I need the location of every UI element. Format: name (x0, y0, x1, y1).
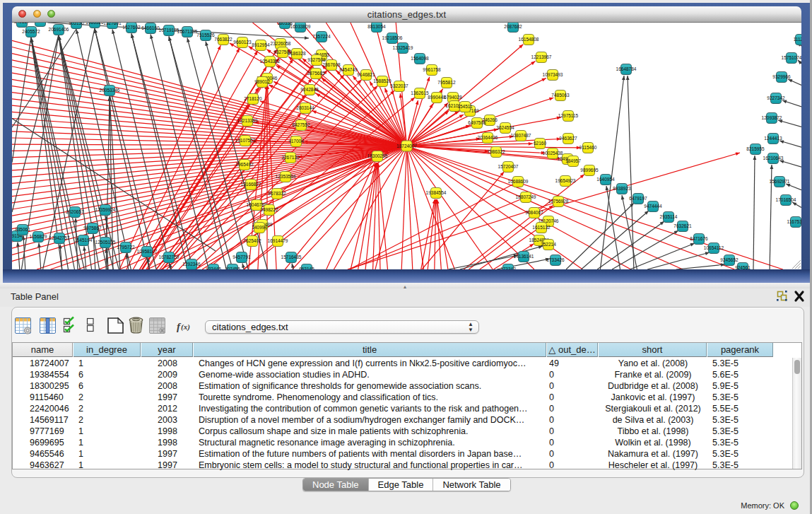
svg-text:2803144: 2803144 (296, 105, 314, 110)
svg-text:1527602: 1527602 (122, 25, 141, 30)
svg-text:7515526: 7515526 (196, 33, 215, 37)
svg-text:9115460: 9115460 (579, 145, 597, 150)
svg-text:1965492: 1965492 (235, 162, 254, 167)
svg-text:1564098: 1564098 (411, 56, 429, 61)
svg-text:16154808: 16154808 (519, 37, 539, 42)
svg-text:10719185: 10719185 (159, 28, 180, 33)
svg-text:9245652: 9245652 (720, 257, 739, 262)
svg-text:252214: 252214 (541, 242, 556, 247)
svg-text:7955812: 7955812 (437, 80, 456, 85)
svg-text:2020657: 2020657 (66, 209, 84, 214)
svg-text:8678332: 8678332 (268, 191, 286, 196)
svg-text:16210643: 16210643 (763, 156, 784, 160)
svg-text:1065326: 1065326 (86, 20, 104, 25)
svg-text:12093872: 12093872 (762, 115, 782, 120)
svg-text:989012: 989012 (254, 79, 270, 84)
svg-text:7485063: 7485063 (551, 93, 570, 98)
svg-text:8813054: 8813054 (367, 24, 386, 29)
svg-text:12213967: 12213967 (531, 54, 552, 59)
svg-text:1244413: 1244413 (764, 136, 782, 141)
svg-text:62160: 62160 (534, 141, 546, 146)
svg-text:3624554: 3624554 (496, 125, 514, 130)
svg-text:1362615: 1362615 (411, 90, 429, 95)
svg-text:16033809: 16033809 (290, 24, 311, 29)
svg-text:1145194: 1145194 (75, 238, 93, 243)
svg-text:5322037: 5322037 (390, 83, 408, 88)
svg-text:15751074: 15751074 (782, 55, 802, 60)
svg-text:184957: 184957 (565, 158, 581, 163)
svg-text:8938923: 8938923 (613, 186, 631, 191)
svg-text:13325419: 13325419 (393, 45, 413, 50)
svg-text:7357224: 7357224 (312, 34, 331, 39)
svg-text:924561: 924561 (735, 265, 751, 270)
svg-text:10107553: 10107553 (235, 138, 256, 143)
svg-text:1156829: 1156829 (30, 234, 47, 239)
svg-text:12213389: 12213389 (237, 118, 258, 123)
svg-text:9329966: 9329966 (772, 74, 791, 79)
svg-text:2405572: 2405572 (22, 29, 40, 34)
svg-text:9961758: 9961758 (423, 67, 441, 72)
svg-text:10025438: 10025438 (543, 151, 563, 156)
svg-text:8427552: 8427552 (292, 122, 310, 127)
svg-text:10973493: 10973493 (543, 72, 563, 77)
svg-text:14136141: 14136141 (514, 254, 534, 259)
svg-text:16782759: 16782759 (159, 255, 180, 259)
svg-text:140994: 140994 (252, 225, 267, 230)
svg-text:7625402: 7625402 (243, 238, 261, 243)
svg-text:8454749: 8454749 (339, 67, 358, 72)
svg-text:9457791: 9457791 (233, 255, 251, 259)
svg-text:154511: 154511 (457, 104, 473, 109)
svg-text:6479197: 6479197 (629, 196, 647, 201)
svg-text:3267130: 3267130 (281, 155, 300, 160)
svg-text:15720407: 15720407 (498, 164, 519, 169)
svg-text:1527601: 1527601 (103, 21, 122, 25)
svg-text:8990448: 8990448 (428, 95, 446, 100)
svg-text:20691406: 20691406 (49, 27, 69, 32)
svg-text:111213: 111213 (794, 37, 808, 42)
svg-text:12975115: 12975115 (558, 113, 579, 118)
svg-text:1167533: 1167533 (787, 219, 805, 224)
svg-text:8912954: 8912954 (252, 42, 270, 47)
svg-text:15716485: 15716485 (281, 255, 302, 259)
svg-text:23226058: 23226058 (271, 41, 291, 46)
svg-text:19384554: 19384554 (426, 190, 447, 195)
svg-text:7663822: 7663822 (214, 37, 233, 42)
svg-text:9474444: 9474444 (644, 204, 662, 209)
svg-text:9146821: 9146821 (357, 72, 375, 77)
svg-text:10807487: 10807487 (511, 133, 531, 138)
svg-text:9242848: 9242848 (300, 87, 319, 92)
svg-text:6466160: 6466160 (141, 25, 160, 30)
svg-text:10688609: 10688609 (508, 179, 529, 184)
svg-text:417004: 417004 (288, 139, 304, 144)
svg-text:905130: 905130 (69, 21, 84, 25)
svg-text:9463627: 9463627 (559, 136, 577, 141)
svg-text:20053346: 20053346 (100, 88, 120, 93)
svg-text:2087682: 2087682 (504, 24, 522, 29)
svg-text:9327508: 9327508 (307, 57, 326, 62)
svg-text:19218506: 19218506 (382, 35, 403, 40)
svg-text:2718120: 2718120 (244, 96, 262, 101)
svg-text:20364436: 20364436 (478, 135, 498, 140)
svg-text:9899695: 9899695 (580, 168, 599, 173)
svg-text:1292346: 1292346 (182, 262, 201, 267)
svg-text:(x): (x) (181, 322, 190, 332)
svg-text:7986322: 7986322 (487, 149, 505, 154)
svg-text:19654923: 19654923 (555, 178, 576, 183)
svg-text:835061: 835061 (15, 227, 30, 232)
svg-text:10543382: 10543382 (260, 59, 281, 64)
svg-text:2935114: 2935114 (660, 214, 678, 219)
svg-text:16671385: 16671385 (177, 29, 198, 34)
svg-text:8215955: 8215955 (746, 146, 765, 151)
svg-text:1615132: 1615132 (532, 225, 551, 230)
svg-text:240557: 240557 (14, 19, 30, 24)
svg-text:12353594: 12353594 (276, 174, 296, 179)
svg-text:17016504: 17016504 (776, 197, 796, 202)
svg-text:173342: 173342 (500, 267, 516, 271)
svg-text:1640954: 1640954 (596, 177, 615, 182)
svg-text:9660123: 9660123 (233, 40, 252, 45)
svg-text:17359924: 17359924 (95, 207, 116, 212)
svg-text:12942757: 12942757 (49, 235, 70, 240)
svg-text:8471676: 8471676 (690, 236, 708, 241)
svg-text:12505135: 12505135 (95, 240, 116, 245)
svg-text:6497508: 6497508 (468, 120, 486, 125)
